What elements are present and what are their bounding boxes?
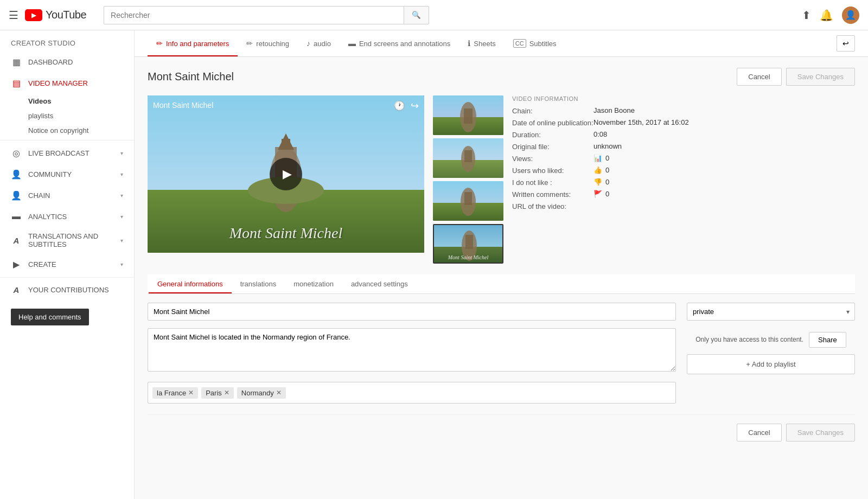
bell-icon[interactable]: 🔔 — [820, 9, 833, 22]
info-row-comments: Written comments: 🚩 0 — [512, 190, 855, 199]
cancel-button-bottom[interactable]: Cancel — [737, 424, 781, 442]
tab-subtitles[interactable]: CC Subtitles — [505, 30, 565, 56]
thumbsdown-icon: 👎 — [593, 178, 602, 186]
sub-videos-label: Videos — [28, 97, 51, 105]
analytics-label: ANALYTICS — [28, 213, 114, 221]
video-info-label: VIDEO INFORMATION — [512, 95, 855, 102]
sidebar-item-video-manager[interactable]: ▤ VIDEO MANAGER — [0, 73, 134, 94]
form-desc-right: Only you have access to this content. Sh… — [687, 328, 855, 374]
contributions-label: YOUR CONTRIBUTIONS — [28, 286, 123, 294]
share-icon[interactable]: ↪ — [411, 100, 419, 112]
page-content: Mont Saint Michel Cancel Save Changes — [135, 57, 868, 452]
divider-1 — [0, 140, 134, 140]
sidebar-item-create[interactable]: ▶ CREATE ▾ — [0, 254, 134, 275]
thumb-svg-3 — [433, 181, 503, 221]
liked-key: Users who liked: — [512, 166, 593, 175]
live-broadcast-chevron: ▾ — [120, 150, 123, 156]
inner-tab-translations[interactable]: translations — [232, 274, 285, 293]
privacy-select[interactable]: private public unlisted — [687, 303, 855, 321]
sidebar-sub-playlists[interactable]: playlists — [0, 108, 134, 123]
thumbnail-4[interactable]: Mont Saint Michel — [433, 224, 503, 264]
tab-audio-icon: ♪ — [307, 39, 310, 48]
youtube-logo-icon — [25, 9, 42, 21]
thumbnail-3[interactable] — [433, 181, 503, 221]
create-chevron: ▾ — [120, 261, 123, 267]
cancel-button-top[interactable]: Cancel — [737, 68, 781, 86]
tab-audio-label: audio — [314, 40, 331, 48]
help-button[interactable]: Help and comments — [11, 309, 89, 325]
add-to-playlist-button[interactable]: + Add to playlist — [687, 354, 855, 374]
thumbsup-icon: 👍 — [593, 166, 602, 174]
play-button[interactable] — [270, 158, 302, 190]
video-controls: 🕐 ↪ — [393, 100, 419, 112]
create-icon: ▶ — [11, 259, 22, 270]
tab-end-screens-label: End screens and annotations — [359, 40, 450, 48]
inner-tab-general[interactable]: General informations — [149, 274, 232, 293]
tab-audio[interactable]: ♪ audio — [298, 30, 340, 56]
logo[interactable]: YouTube — [25, 9, 86, 21]
share-button[interactable]: Share — [809, 332, 846, 348]
comments-value: 🚩 0 — [593, 190, 609, 198]
privacy-note: Only you have access to this content. — [695, 336, 803, 343]
tag-normandy-remove[interactable]: ✕ — [276, 389, 282, 396]
create-label: CREATE — [28, 260, 114, 268]
contributions-icon: A — [11, 285, 22, 295]
main-layout: CREATOR STUDIO ▦ DASHBOARD ▤ VIDEO MANAG… — [0, 30, 868, 499]
duration-value: 0:08 — [593, 130, 607, 138]
thumbnail-1[interactable] — [433, 95, 503, 135]
tab-end-screens-icon: ▬ — [348, 39, 356, 48]
tab-sheets[interactable]: ℹ Sheets — [459, 30, 504, 56]
tab-retouching[interactable]: ✏ retouching — [238, 30, 298, 56]
views-key: Views: — [512, 154, 593, 163]
sidebar-item-translations[interactable]: A TRANSLATIONS AND SUBTITLES ▾ — [0, 227, 134, 254]
menu-icon[interactable]: ☰ — [9, 9, 18, 22]
search-bar: 🔍 — [104, 6, 429, 24]
inner-tab-monetization[interactable]: monetization — [285, 274, 342, 293]
sidebar-item-community[interactable]: 👤 COMMUNITY ▾ — [0, 164, 134, 185]
topbar: ☰ YouTube 🔍 ⬆ 🔔 👤 — [0, 0, 868, 30]
video-manager-label: VIDEO MANAGER — [28, 79, 123, 87]
tab-sheets-icon: ℹ — [468, 39, 470, 48]
video-player[interactable]: Mont Saint Michel Mont Saint Michel 🕐 ↪ — [148, 95, 424, 253]
comments-key: Written comments: — [512, 190, 593, 199]
tab-retouching-label: retouching — [256, 40, 289, 48]
tag-la-france-remove[interactable]: ✕ — [188, 389, 194, 396]
description-textarea[interactable]: Mont Saint Michel is located in the Norm… — [148, 328, 676, 372]
community-icon: 👤 — [11, 169, 22, 180]
views-icon: 📊 — [593, 154, 602, 162]
info-row-duration: Duration: 0:08 — [512, 130, 855, 139]
thumb-4-label: Mont Saint Michel — [434, 254, 502, 260]
title-input[interactable] — [148, 303, 676, 321]
tag-paris: Paris ✕ — [201, 387, 234, 399]
tab-bar: ✏ Info and parameters ✏ retouching ♪ aud… — [135, 30, 868, 57]
thumb-svg-1 — [433, 95, 503, 135]
sidebar-item-contributions[interactable]: A YOUR CONTRIBUTIONS — [0, 280, 134, 300]
url-key: URL of the video: — [512, 202, 593, 210]
sidebar-item-dashboard[interactable]: ▦ DASHBOARD — [0, 52, 134, 73]
sidebar-sub-videos[interactable]: Videos — [0, 94, 134, 108]
search-input[interactable] — [104, 6, 404, 24]
svg-rect-14 — [464, 192, 472, 205]
sidebar-item-analytics[interactable]: ▬ ANALYTICS ▾ — [0, 206, 134, 227]
tag-paris-remove[interactable]: ✕ — [224, 389, 229, 396]
clock-icon[interactable]: 🕐 — [393, 100, 405, 112]
video-manager-icon: ▤ — [11, 78, 22, 88]
inner-tab-advanced[interactable]: advanced settings — [342, 274, 417, 293]
dashboard-label: DASHBOARD — [28, 58, 123, 66]
sidebar-sub-copyright[interactable]: Notice on copyright — [0, 123, 134, 138]
save-button-top[interactable]: Save Changes — [786, 68, 855, 86]
upload-icon[interactable]: ⬆ — [802, 9, 811, 22]
sidebar-item-live-broadcast[interactable]: ◎ LIVE BROADCAST ▾ — [0, 143, 134, 164]
video-section: Mont Saint Michel Mont Saint Michel 🕐 ↪ — [148, 95, 855, 264]
back-button[interactable]: ↩ — [837, 35, 855, 52]
tab-end-screens[interactable]: ▬ End screens and annotations — [340, 30, 459, 56]
sidebar-item-chain[interactable]: 👤 CHAIN ▾ — [0, 185, 134, 206]
original-key: Original file: — [512, 142, 593, 151]
search-button[interactable]: 🔍 — [404, 6, 429, 24]
form-left — [148, 303, 676, 321]
save-button-bottom[interactable]: Save Changes — [786, 424, 855, 442]
info-row-dislike: I do not like : 👎 0 — [512, 178, 855, 187]
thumbnail-2[interactable] — [433, 138, 503, 178]
tab-info[interactable]: ✏ Info and parameters — [148, 30, 238, 56]
avatar[interactable]: 👤 — [842, 7, 859, 24]
